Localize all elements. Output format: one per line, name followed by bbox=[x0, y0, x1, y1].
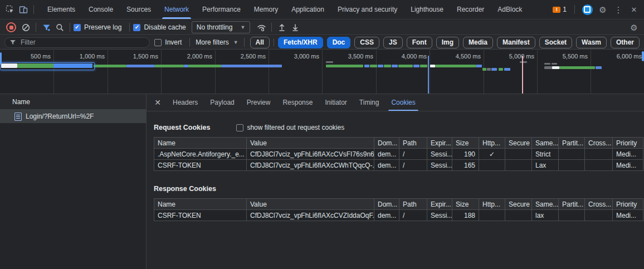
more-options-icon[interactable]: ⋮ bbox=[612, 3, 625, 16]
timeline-gridline bbox=[53, 50, 54, 94]
invert-checkbox[interactable] bbox=[154, 39, 162, 46]
column-header[interactable]: Cross... bbox=[585, 199, 613, 210]
filter-chip-other[interactable]: Other bbox=[611, 37, 640, 48]
panel-tab-console[interactable]: Console bbox=[82, 0, 120, 19]
column-header[interactable]: Partit... bbox=[559, 138, 585, 149]
panel-tab-adblock[interactable]: AdBlock bbox=[491, 0, 529, 19]
cookie-row[interactable]: CSRF-TOKENCfDJ8Cl7vciz_vpFhLi6fIAXcCWhTQ… bbox=[154, 160, 643, 171]
waterfall-segment-green bbox=[398, 65, 413, 67]
column-header[interactable]: Name bbox=[154, 199, 247, 210]
cookie-cell bbox=[479, 210, 505, 221]
waterfall-segment-white bbox=[430, 65, 435, 67]
close-detail-icon[interactable]: ✕ bbox=[151, 96, 164, 109]
column-header[interactable]: Path bbox=[399, 138, 427, 149]
column-header[interactable]: Name bbox=[154, 138, 247, 149]
filter-chip-fetch-xhr[interactable]: Fetch/XHR bbox=[278, 37, 323, 48]
cookie-row[interactable]: .AspNetCore.Antiforgery._e...CfDJ8Cl7vci… bbox=[154, 149, 643, 160]
column-header[interactable]: Priority bbox=[613, 199, 643, 210]
timeline-gridline bbox=[430, 50, 430, 94]
export-har-icon[interactable] bbox=[289, 21, 302, 34]
filter-chip-wasm[interactable]: Wasm bbox=[576, 37, 607, 48]
cookie-cell: dem... bbox=[374, 210, 399, 221]
panel-tab-sources[interactable]: Sources bbox=[120, 0, 158, 19]
panel-tab-application[interactable]: Application bbox=[285, 0, 331, 19]
issues-counter[interactable]: ! 1 bbox=[550, 6, 569, 13]
show-filtered-cookies-checkbox[interactable] bbox=[236, 124, 243, 131]
panel-tab-elements[interactable]: Elements bbox=[41, 0, 82, 19]
column-header[interactable]: Value bbox=[247, 138, 374, 149]
column-header[interactable]: Dom... bbox=[374, 199, 399, 210]
timeline-drag-grip[interactable] bbox=[0, 52, 2, 65]
timeline-drag-grip[interactable] bbox=[642, 51, 644, 61]
column-header[interactable]: Secure bbox=[505, 138, 532, 149]
column-header[interactable]: Expir... bbox=[427, 138, 452, 149]
column-header[interactable]: Path bbox=[399, 199, 427, 210]
detail-tab-payload[interactable]: Payload bbox=[204, 94, 240, 111]
column-header[interactable]: Cross... bbox=[585, 138, 613, 149]
record-network-log-button[interactable] bbox=[6, 22, 16, 32]
panel-tab-memory[interactable]: Memory bbox=[247, 0, 285, 19]
more-filters-button[interactable]: More filters ▼ bbox=[196, 38, 238, 46]
column-header[interactable]: Size bbox=[452, 138, 479, 149]
filter-chip-font[interactable]: Font bbox=[407, 37, 432, 48]
filter-chip-media[interactable]: Media bbox=[463, 37, 493, 48]
issues-count: 1 bbox=[563, 6, 567, 13]
timeline-gridline bbox=[376, 50, 377, 94]
detail-tab-response[interactable]: Response bbox=[276, 94, 319, 111]
column-header[interactable]: Expir... bbox=[427, 199, 452, 210]
column-header[interactable]: Partit... bbox=[559, 199, 585, 210]
waterfall-segment-gray bbox=[326, 61, 333, 63]
request-row[interactable]: Login/?ReturnUrl=%2F bbox=[0, 110, 146, 123]
column-header[interactable]: Http... bbox=[479, 199, 505, 210]
throttling-dropdown[interactable]: No throttling ▼ bbox=[192, 21, 251, 33]
filter-input-box[interactable] bbox=[4, 37, 150, 48]
column-header[interactable]: Priority bbox=[613, 138, 643, 149]
extension-icon[interactable] bbox=[580, 3, 594, 16]
preserve-log-checkbox[interactable]: ✓ bbox=[74, 24, 81, 31]
request-type-chips: AllFetch/XHRDocCSSJSFontImgMediaManifest… bbox=[250, 37, 640, 48]
panel-tab-privacy-and-security[interactable]: Privacy and security bbox=[331, 0, 404, 19]
search-icon[interactable] bbox=[53, 21, 66, 34]
request-cookies-table: NameValueDom...PathExpir...SizeHttp...Se… bbox=[154, 137, 643, 171]
panel-tab-lighthouse[interactable]: Lighthouse bbox=[404, 0, 450, 19]
filter-chip-img[interactable]: Img bbox=[436, 37, 459, 48]
import-har-icon[interactable] bbox=[275, 21, 289, 34]
detail-tab-timing[interactable]: Timing bbox=[353, 94, 386, 111]
settings-gear-icon[interactable]: ⚙ bbox=[596, 3, 609, 16]
panel-tab-performance[interactable]: Performance bbox=[196, 0, 247, 19]
detail-tab-headers[interactable]: Headers bbox=[167, 94, 204, 111]
column-header[interactable]: Dom... bbox=[374, 138, 399, 149]
panel-tab-network[interactable]: Network bbox=[158, 0, 196, 19]
panel-tab-recorder[interactable]: Recorder bbox=[450, 0, 491, 19]
detail-tab-initiator[interactable]: Initiator bbox=[319, 94, 353, 111]
detail-tab-preview[interactable]: Preview bbox=[241, 94, 277, 111]
network-conditions-icon[interactable] bbox=[255, 21, 268, 34]
column-header[interactable]: Value bbox=[247, 199, 374, 210]
filter-chip-socket[interactable]: Socket bbox=[539, 37, 572, 48]
cookie-row[interactable]: CSRF-TOKENCfDJ8Cl7vciz_vpFhLi6fIAXcCVZId… bbox=[154, 210, 643, 221]
network-overview-timeline[interactable]: 500 ms1,000 ms1,500 ms2,000 ms2,500 ms3,… bbox=[0, 50, 644, 94]
detail-tab-cookies[interactable]: Cookies bbox=[385, 94, 421, 111]
close-devtools-icon[interactable]: ✕ bbox=[627, 3, 641, 16]
inspect-element-icon[interactable] bbox=[3, 3, 17, 16]
timeline-tick-label: 4,500 ms bbox=[456, 53, 481, 60]
filter-chip-js[interactable]: JS bbox=[383, 37, 403, 48]
waterfall-segment-blue bbox=[184, 65, 188, 67]
filter-chip-manifest[interactable]: Manifest bbox=[497, 37, 535, 48]
disable-cache-checkbox[interactable]: ✓ bbox=[133, 24, 140, 31]
column-header[interactable]: Same... bbox=[532, 199, 559, 210]
filter-toggle-icon[interactable] bbox=[40, 21, 53, 34]
column-header[interactable]: Secure bbox=[505, 199, 532, 210]
filter-chip-css[interactable]: CSS bbox=[354, 37, 379, 48]
network-settings-gear-icon[interactable]: ⚙ bbox=[627, 21, 641, 34]
filter-chip-all[interactable]: All bbox=[250, 37, 270, 48]
column-header[interactable]: Size bbox=[452, 199, 479, 210]
clear-network-log-icon[interactable] bbox=[19, 21, 32, 34]
filter-chip-doc[interactable]: Doc bbox=[327, 37, 351, 48]
column-header[interactable]: Http... bbox=[479, 138, 505, 149]
column-header[interactable]: Same... bbox=[532, 138, 559, 149]
cookie-cell bbox=[559, 210, 585, 221]
device-toolbar-icon[interactable] bbox=[17, 3, 30, 16]
filter-input[interactable] bbox=[19, 38, 145, 47]
request-list-header[interactable]: Name bbox=[0, 94, 146, 110]
